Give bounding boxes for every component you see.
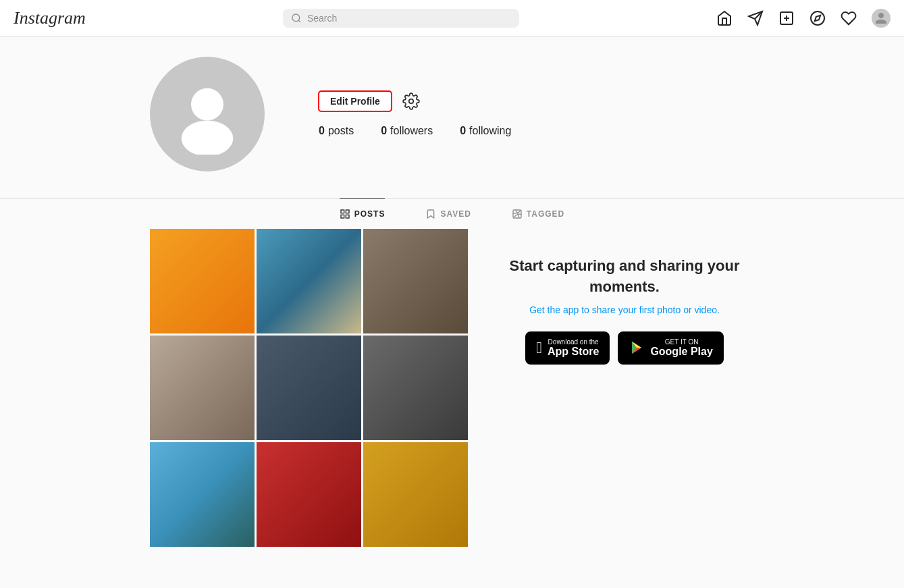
profile-section: Edit Profile 0 posts 0 followers <box>136 57 768 171</box>
app-store-text: Download on the App Store <box>548 338 599 358</box>
new-post-icon[interactable] <box>778 10 795 26</box>
google-play-text: GET IT ON Google Play <box>650 338 712 358</box>
header-nav <box>716 9 890 28</box>
instagram-logo[interactable]: Instagram <box>14 8 86 28</box>
search-container <box>283 9 519 28</box>
tab-tagged-label: TAGGED <box>527 209 564 219</box>
grid-cell-building[interactable] <box>257 336 361 440</box>
svg-rect-12 <box>341 210 344 213</box>
grid-cell-photos[interactable] <box>363 229 468 333</box>
following-label: following <box>469 125 511 137</box>
stat-following[interactable]: 0 following <box>460 125 511 137</box>
activity-icon[interactable] <box>841 10 857 26</box>
svg-point-0 <box>292 14 300 22</box>
tagged-person-icon <box>512 209 523 219</box>
avatar-silhouette <box>167 74 248 155</box>
photo-grid <box>150 229 468 547</box>
svg-point-7 <box>811 11 824 25</box>
tabs: POSTS SAVED TAGGED <box>136 199 768 229</box>
promo-subtitle: Get the app to share your first photo or… <box>508 304 741 315</box>
posts-label: posts <box>328 125 354 137</box>
settings-icon[interactable] <box>402 92 420 110</box>
content-area: Start capturing and sharing your moments… <box>136 229 768 547</box>
promo-title: Start capturing and sharing your moments… <box>508 256 741 298</box>
home-icon[interactable] <box>716 10 733 26</box>
profile-header: Edit Profile 0 posts 0 followers <box>150 57 754 171</box>
svg-marker-8 <box>815 15 820 20</box>
google-play-icon <box>629 340 645 356</box>
google-play-label-small: GET IT ON <box>650 338 712 346</box>
stat-posts[interactable]: 0 posts <box>319 125 354 137</box>
saved-bookmark-icon <box>425 209 436 219</box>
svg-rect-15 <box>346 215 349 218</box>
stat-followers[interactable]: 0 followers <box>381 125 433 137</box>
google-play-label-big: Google Play <box>650 346 712 358</box>
direct-icon[interactable] <box>747 10 764 26</box>
svg-rect-13 <box>346 210 349 213</box>
profile-stats: 0 posts 0 followers 0 following <box>319 125 754 137</box>
grid-cell-oranges[interactable] <box>150 229 255 333</box>
following-count: 0 <box>460 125 466 137</box>
app-store-label-small: Download on the <box>548 338 599 346</box>
google-play-button[interactable]: GET IT ON Google Play <box>618 331 723 365</box>
header: Instagram <box>0 0 904 36</box>
profile-avatar[interactable] <box>150 57 265 171</box>
tab-saved[interactable]: SAVED <box>425 198 471 229</box>
svg-point-11 <box>409 99 414 104</box>
svg-point-10 <box>182 121 234 155</box>
user-avatar-nav[interactable] <box>872 9 890 28</box>
apple-icon:  <box>536 338 542 357</box>
app-store-label-big: App Store <box>548 346 599 358</box>
posts-count: 0 <box>319 125 325 137</box>
app-promo: Start capturing and sharing your moments… <box>495 229 754 392</box>
search-box <box>283 9 519 28</box>
app-buttons:  Download on the App Store GET IT ON Go… <box>508 331 741 365</box>
app-store-button[interactable]:  Download on the App Store <box>525 331 610 365</box>
profile-actions: Edit Profile <box>319 91 754 111</box>
tab-posts-label: POSTS <box>354 209 385 219</box>
search-icon <box>291 13 302 24</box>
posts-grid-icon <box>340 209 350 219</box>
grid-cell-cat[interactable] <box>363 442 468 547</box>
followers-label: followers <box>390 125 433 137</box>
profile-avatar-wrapper <box>150 57 265 171</box>
grid-cell-ocean[interactable] <box>257 229 361 333</box>
profile-info: Edit Profile 0 posts 0 followers <box>319 91 754 137</box>
grid-cell-flowers[interactable] <box>257 442 361 547</box>
tab-posts[interactable]: POSTS <box>340 198 385 229</box>
explore-icon[interactable] <box>809 10 826 26</box>
grid-cell-fluffy[interactable] <box>150 336 255 440</box>
grid-cell-baby[interactable] <box>363 336 468 440</box>
svg-point-9 <box>191 88 223 121</box>
search-input[interactable] <box>307 13 511 24</box>
followers-count: 0 <box>381 125 387 137</box>
svg-line-1 <box>298 20 300 22</box>
grid-cell-skyride[interactable] <box>150 442 255 547</box>
edit-profile-button[interactable]: Edit Profile <box>319 91 392 111</box>
svg-rect-14 <box>341 215 344 218</box>
tab-tagged[interactable]: TAGGED <box>512 198 564 229</box>
tab-saved-label: SAVED <box>440 209 471 219</box>
